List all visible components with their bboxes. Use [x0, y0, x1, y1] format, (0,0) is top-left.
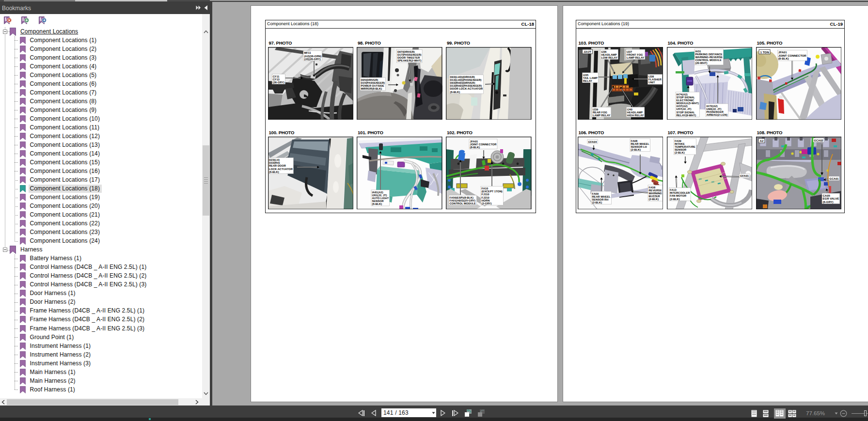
svg-text:REAR FOG: REAR FOG — [593, 110, 608, 113]
svg-text:D13(RHD)(PASSENGER): D13(RHD)(PASSENGER) — [450, 84, 482, 87]
svg-text:(2-BLK): (2-BLK) — [592, 201, 602, 204]
svg-text:J2/JT: J2/JT — [584, 50, 591, 53]
svg-text:IA51: IA51 — [695, 49, 701, 52]
svg-text:(2-GRY): (2-GRY) — [482, 202, 492, 204]
svg-text:IJ38: IJ38 — [648, 75, 654, 78]
svg-text:1 TON: 1 TON — [760, 50, 769, 53]
svg-text:IA57(A2): IA57(A2) — [676, 105, 687, 108]
svg-text:GFA04: GFA04 — [588, 140, 597, 143]
svg-text:MIRROR(8-BLK): MIRROR(8-BLK) — [361, 87, 382, 90]
svg-text:JFA01: JFA01 — [470, 140, 478, 142]
svg-text:D17(PASSENGER): D17(PASSENGER) — [397, 53, 422, 56]
svg-text:FA08: FA08 — [631, 139, 637, 142]
svg-text:FLASHER: FLASHER — [648, 78, 662, 81]
svg-text:AIRBAG(2-LGN): AIRBAG(2-LGN) — [706, 113, 727, 116]
svg-text:(6-BLK): (6-BLK) — [450, 90, 460, 93]
svg-text:ELECTRONIC: ELECTRONIC — [676, 98, 694, 101]
svg-text:STOP SIGNAL: STOP SIGNAL — [676, 110, 695, 113]
svg-text:SENSOR: SENSOR — [372, 200, 384, 203]
svg-text:JOINT CONNECTOR: JOINT CONNECTOR — [470, 142, 497, 145]
svg-text:MF11: MF11 — [304, 51, 311, 54]
svg-text:(6-GRY): (6-GRY) — [822, 200, 833, 203]
svg-text:GCA02: GCA02 — [814, 139, 823, 141]
svg-text:HORN: HORN — [482, 199, 490, 202]
svg-text:CF13: CF13 — [272, 78, 279, 80]
svg-text:IA74(A2): IA74(A2) — [676, 93, 687, 95]
svg-text:TEMPERATURE: TEMPERATURE — [675, 145, 695, 148]
svg-text:SPEAKER(2-WHT): SPEAKER(2-WHT) — [397, 59, 421, 62]
svg-text:REVERSE: REVERSE — [648, 188, 662, 191]
svg-text:D33(RH): D33(RH) — [269, 161, 280, 164]
svg-text:TAIL LAMP: TAIL LAMP — [583, 76, 598, 79]
svg-text:DOOR LOCK ACTUATOR: DOOR LOCK ACTUATOR — [450, 87, 483, 90]
svg-text:CF11: CF11 — [272, 75, 279, 78]
svg-text:IA61(A2): IA61(A2) — [372, 190, 383, 193]
svg-text:IJ61(J2, JT): IJ61(J2, JT) — [372, 193, 387, 196]
svg-text:FAN MOTOR: FAN MOTOR — [670, 194, 686, 197]
svg-text:D13(LHD)(PASSENGER): D13(LHD)(PASSENGER) — [450, 78, 482, 81]
svg-text:(6-BLK): (6-BLK) — [269, 170, 279, 173]
svg-text:INTAKE: INTAKE — [675, 142, 685, 145]
svg-text:RELAY: RELAY — [583, 79, 592, 82]
svg-text:(2-BLK): (2-BLK) — [648, 198, 659, 201]
svg-text:CONTROL MODULE: CONTROL MODULE — [450, 202, 476, 204]
svg-text:BUZZER: BUZZER — [648, 195, 660, 198]
svg-text:POWER OUTSIDE: POWER OUTSIDE — [361, 84, 385, 87]
svg-text:WARNING: WARNING — [648, 191, 662, 194]
svg-text:IJ90(J2, JT): IJ90(J2, JT) — [706, 107, 721, 110]
svg-text:EGR VALVE: EGR VALVE — [822, 197, 839, 200]
svg-text:HEADLAMP: HEADLAMP — [601, 53, 616, 56]
svg-text:(2-BLK): (2-BLK) — [670, 197, 680, 200]
svg-text:REAR WHEEL: REAR WHEEL — [631, 142, 649, 145]
svg-text:HEADLAMP: HEADLAMP — [627, 110, 642, 113]
svg-text:A2: A2 — [759, 139, 763, 142]
svg-text:(J2)(26-GRY): (J2)(26-GRY) — [304, 57, 320, 60]
svg-text:(6-BLK): (6-BLK) — [372, 203, 382, 205]
svg-text:D05(DRIVER): D05(DRIVER) — [361, 78, 379, 81]
svg-text:D03(LHD)(DRIVER): D03(LHD)(DRIVER) — [450, 75, 475, 78]
svg-text:D15(PASSENGER): D15(PASSENGER) — [361, 81, 385, 84]
svg-text:IJ37: IJ37 — [627, 50, 632, 53]
svg-text:FJ110: FJ110 — [482, 193, 489, 196]
svg-text:JFA01: JFA01 — [778, 51, 787, 54]
svg-text:FA01(ABS)(25-GRY): FA01(ABS)(25-GRY) — [450, 199, 476, 202]
svg-text:IJ35: IJ35 — [583, 73, 588, 76]
svg-text:FA10: FA10 — [482, 187, 489, 190]
svg-text:IA72(A2): IA72(A2) — [706, 104, 717, 107]
svg-text:LAMP RELAY: LAMP RELAY — [593, 114, 611, 117]
svg-text:PARKING DISTANCE: PARKING DISTANCE — [695, 52, 722, 55]
svg-text:FA58: FA58 — [648, 186, 655, 188]
svg-text:SENSOR LH: SENSOR LH — [631, 145, 647, 148]
svg-text:(20-WHT): (20-WHT) — [695, 62, 707, 64]
svg-text:CONTROL MODULE: CONTROL MODULE — [695, 59, 721, 62]
svg-text:MODULE(5-WHT): MODULE(5-WHT) — [676, 102, 699, 105]
svg-text:HIGH RELAY: HIGH RELAY — [627, 114, 644, 117]
svg-text:IJ39: IJ39 — [593, 108, 598, 110]
svg-text:REAR WHEEL: REAR WHEEL — [592, 195, 611, 198]
svg-text:D23(LH): D23(LH) — [269, 158, 280, 161]
svg-text:(36-GRY): (36-GRY) — [272, 80, 284, 83]
svg-text:UNIT: UNIT — [648, 81, 655, 84]
svg-text:FA09: FA09 — [592, 192, 599, 195]
svg-text:SENSOR: SENSOR — [675, 148, 686, 151]
svg-text:SENSOR RH: SENSOR RH — [592, 198, 608, 201]
svg-text:IJ36: IJ36 — [601, 50, 606, 53]
svg-text:(2-BLK): (2-BLK) — [631, 148, 641, 151]
svg-text:GCA01: GCA01 — [829, 177, 838, 180]
svg-text:DOOR TWEETER: DOOR TWEETER — [397, 56, 420, 59]
svg-text:INTERCOOLER: INTERCOOLER — [670, 191, 690, 194]
svg-text:FA39: FA39 — [675, 139, 681, 142]
svg-text:FRONT FOG: FRONT FOG — [627, 53, 643, 56]
svg-text:CA05: CA05 — [822, 194, 830, 197]
svg-text:IJ57(J2, JT): IJ57(J2, JT) — [676, 108, 691, 110]
svg-text:FA13: FA13 — [670, 188, 677, 191]
svg-text:REAR DOOR: REAR DOOR — [269, 164, 286, 167]
svg-text:LAMP RELAY: LAMP RELAY — [627, 56, 645, 59]
svg-text:IJ40: IJ40 — [627, 108, 632, 110]
svg-text:D03(RHD)(DRIVER): D03(RHD)(DRIVER) — [450, 81, 475, 84]
svg-text:(EXCEPT 1TON): (EXCEPT 1TON) — [482, 190, 503, 193]
svg-text:AUTO LIGHT: AUTO LIGHT — [372, 196, 389, 199]
svg-text:D07(DRIVER): D07(DRIVER) — [397, 50, 415, 53]
svg-text:JOINT CONNECTOR: JOINT CONNECTOR — [778, 54, 806, 57]
svg-text:(A2)(36-GRN): (A2)(36-GRN) — [304, 54, 321, 57]
